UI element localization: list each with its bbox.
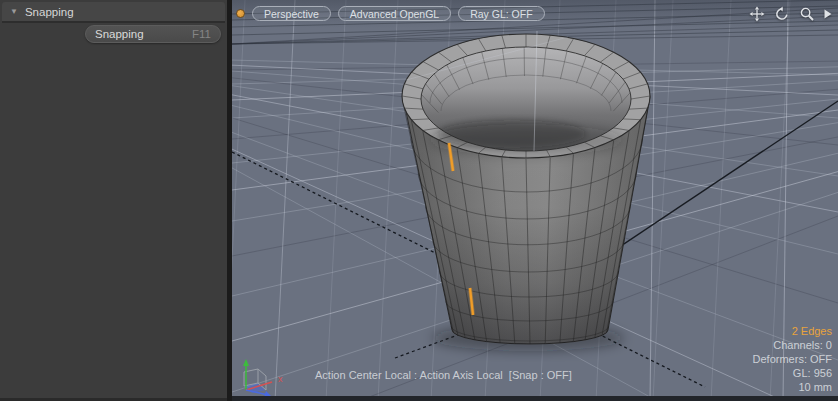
menu-arrow-icon[interactable] bbox=[824, 9, 832, 19]
cup-mesh[interactable] bbox=[402, 34, 650, 344]
viewport-bottom-border bbox=[232, 396, 838, 401]
shading-mode-button[interactable]: Advanced OpenGL bbox=[338, 6, 451, 21]
pan-icon[interactable] bbox=[749, 6, 765, 22]
snapping-panel: ▼ Snapping Snapping F11 bbox=[0, 0, 227, 401]
viewport-status: 2 Edges Channels: 0 Deformers: OFF GL: 9… bbox=[753, 324, 832, 394]
gizmo-x-label: x bbox=[278, 374, 283, 384]
status-gl: GL: 956 bbox=[753, 366, 832, 380]
status-channels: Channels: 0 bbox=[753, 338, 832, 352]
viewport-nav-tools bbox=[749, 6, 832, 22]
action-center-status: Action Center Local : Action Axis Local … bbox=[315, 369, 572, 381]
viewport-scene[interactable]: x bbox=[232, 0, 838, 401]
perspective-button[interactable]: Perspective bbox=[252, 6, 331, 21]
ray-gl-button[interactable]: Ray GL: OFF bbox=[458, 6, 544, 21]
panel-title: Snapping bbox=[25, 6, 74, 18]
snapping-command-button[interactable]: Snapping F11 bbox=[85, 25, 221, 43]
viewport-toolbar: Perspective Advanced OpenGL Ray GL: OFF bbox=[236, 6, 545, 21]
collapse-triangle-icon[interactable]: ▼ bbox=[10, 8, 18, 16]
panel-header[interactable]: ▼ Snapping bbox=[2, 2, 225, 23]
viewport-menu-indicator[interactable] bbox=[236, 9, 245, 18]
selection-count: 2 Edges bbox=[753, 324, 832, 338]
orbit-icon[interactable] bbox=[774, 6, 790, 22]
app-window: ▼ Snapping Snapping F11 bbox=[0, 0, 838, 401]
shortcut-label: F11 bbox=[192, 28, 211, 40]
status-deformers: Deformers: OFF bbox=[753, 352, 832, 366]
zoom-icon[interactable] bbox=[799, 6, 815, 22]
command-label: Snapping bbox=[95, 28, 144, 40]
3d-viewport[interactable]: x Perspective Advanced OpenGL Ray GL: OF… bbox=[232, 0, 838, 401]
status-grid-size: 10 mm bbox=[753, 380, 832, 394]
